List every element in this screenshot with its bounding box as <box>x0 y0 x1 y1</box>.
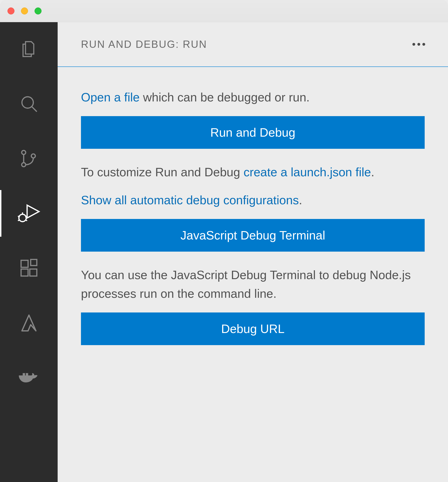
activity-azure[interactable] <box>0 307 58 339</box>
show-all-post: . <box>299 193 302 207</box>
activity-source-control[interactable] <box>0 142 58 175</box>
svg-rect-12 <box>21 260 28 267</box>
svg-rect-13 <box>21 269 28 276</box>
svg-marker-5 <box>27 205 39 218</box>
svg-line-8 <box>18 216 20 217</box>
activity-docker[interactable] <box>0 361 58 394</box>
svg-point-3 <box>22 163 25 167</box>
files-icon <box>19 38 39 60</box>
run-and-debug-panel: RUN AND DEBUG: RUN ••• Open a file which… <box>58 22 448 482</box>
search-icon <box>18 93 40 114</box>
svg-line-11 <box>25 220 27 221</box>
activity-run-and-debug[interactable] <box>0 197 58 230</box>
vscode-window: RUN AND DEBUG: RUN ••• Open a file which… <box>0 0 448 482</box>
js-debug-terminal-button[interactable]: JavaScript Debug Terminal <box>81 219 425 252</box>
panel-content: Open a file which can be debugged or run… <box>58 66 448 373</box>
svg-rect-15 <box>31 260 37 266</box>
window-close-button[interactable] <box>8 8 15 15</box>
activity-explorer[interactable] <box>0 33 58 65</box>
debug-icon <box>16 202 42 225</box>
debug-url-button[interactable]: Debug URL <box>81 312 425 345</box>
show-all-hint: Show all automatic debug configurations. <box>81 191 425 210</box>
activity-extensions[interactable] <box>0 252 58 285</box>
activity-bar <box>0 22 58 482</box>
open-file-hint: Open a file which can be debugged or run… <box>81 88 425 107</box>
svg-point-4 <box>31 154 35 158</box>
svg-point-2 <box>22 150 25 154</box>
docker-icon <box>17 368 40 387</box>
svg-line-1 <box>32 107 37 112</box>
svg-line-10 <box>18 220 20 221</box>
customize-hint: To customize Run and Debug create a laun… <box>81 163 425 182</box>
svg-rect-20 <box>23 373 25 375</box>
customize-post: . <box>371 165 374 179</box>
panel-more-actions[interactable]: ••• <box>412 39 427 50</box>
activity-search[interactable] <box>0 87 58 120</box>
titlebar <box>0 0 448 22</box>
svg-point-6 <box>19 214 26 222</box>
svg-rect-14 <box>30 269 37 276</box>
window-minimize-button[interactable] <box>21 8 28 15</box>
show-all-configs-link[interactable]: Show all automatic debug configurations <box>81 193 299 207</box>
window-fullscreen-button[interactable] <box>34 8 41 15</box>
create-launch-json-link[interactable]: create a launch.json file <box>244 165 371 179</box>
extensions-icon <box>18 258 40 279</box>
open-file-link[interactable]: Open a file <box>81 91 140 104</box>
open-file-rest: which can be debugged or run. <box>140 91 310 104</box>
svg-rect-21 <box>26 373 28 375</box>
source-control-icon <box>18 148 40 169</box>
svg-line-9 <box>25 216 27 217</box>
panel-header: RUN AND DEBUG: RUN ••• <box>58 22 448 66</box>
panel-title: RUN AND DEBUG: RUN <box>81 39 207 50</box>
js-terminal-desc: You can use the JavaScript Debug Termina… <box>81 266 425 303</box>
customize-pre: To customize Run and Debug <box>81 165 244 179</box>
azure-icon <box>18 312 40 334</box>
svg-point-0 <box>22 97 33 108</box>
run-and-debug-button[interactable]: Run and Debug <box>81 116 425 149</box>
